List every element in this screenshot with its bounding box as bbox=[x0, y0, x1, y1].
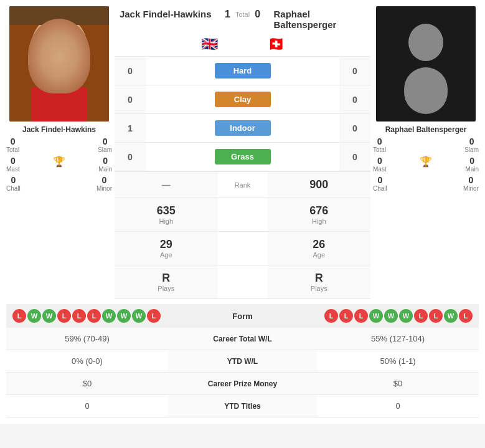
stats-cell-right: $0 bbox=[317, 373, 479, 395]
stat-slam-left: 0 Slam bbox=[98, 136, 112, 153]
form-badges-right: LLLWWWLLWL bbox=[324, 309, 473, 323]
svg-rect-5 bbox=[9, 6, 109, 25]
surface-badge-grass: Grass bbox=[146, 143, 339, 171]
svg-rect-10 bbox=[404, 67, 448, 114]
form-badge: W bbox=[399, 309, 413, 323]
form-badge: W bbox=[444, 309, 458, 323]
stat-row-rank: — Rank 900 bbox=[115, 171, 370, 198]
surface-row-hard: 0 Hard 0 bbox=[115, 56, 370, 85]
stat-mast-left: 0 Mast bbox=[6, 156, 20, 173]
age-right: 26 Age bbox=[268, 232, 371, 265]
stat-chall-left: 0 Chall bbox=[6, 175, 21, 192]
stat-row-age: 29 Age 26 Age bbox=[115, 231, 370, 265]
form-badge: W bbox=[42, 309, 56, 323]
flag-icon-right: 🇨🇭 bbox=[268, 36, 285, 52]
stats-row: $0Career Prize Money$0 bbox=[6, 373, 479, 395]
plays-left: R Plays bbox=[115, 265, 218, 298]
player-stats-left-3: 0 Chall 0 Minor bbox=[6, 175, 112, 192]
player-header-name-left: Jack Findel-Hawkins bbox=[115, 9, 218, 19]
stat-total-right: 0 Total bbox=[373, 136, 386, 153]
svg-point-2 bbox=[35, 16, 83, 69]
hard-score-left: 0 bbox=[115, 57, 146, 85]
flag-icon-left: 🇬🇧 bbox=[201, 36, 218, 52]
svg-rect-4 bbox=[31, 87, 87, 122]
total-scores: 1 Total 0 bbox=[225, 9, 260, 20]
form-badge: W bbox=[369, 309, 383, 323]
form-badge: L bbox=[459, 309, 473, 323]
form-badge: L bbox=[324, 309, 338, 323]
form-label: Form bbox=[218, 312, 268, 321]
grass-score-right: 0 bbox=[339, 143, 370, 171]
svg-point-9 bbox=[408, 24, 443, 61]
form-badge: L bbox=[429, 309, 443, 323]
indoor-score-right: 0 bbox=[339, 114, 370, 142]
rank-label: Rank bbox=[218, 172, 268, 198]
stats-cell-right: 55% (127-104) bbox=[317, 328, 479, 350]
player-stats-right-2: 0 Mast 🏆 0 Main bbox=[373, 156, 479, 173]
indoor-score-left: 1 bbox=[115, 114, 146, 142]
svg-point-7 bbox=[67, 49, 73, 57]
form-badges-left: LWWLLLWWWL bbox=[12, 309, 161, 323]
svg-point-6 bbox=[45, 49, 52, 57]
stats-cell-label: Career Prize Money bbox=[168, 373, 317, 395]
surface-row-grass: 0 Grass 0 bbox=[115, 142, 370, 171]
player-photo-left bbox=[9, 6, 109, 122]
form-badge: L bbox=[57, 309, 71, 323]
stat-row-high: 635 High 676 High bbox=[115, 198, 370, 231]
stats-cell-label: Career Total W/L bbox=[168, 328, 317, 350]
total-label: Total bbox=[235, 11, 250, 18]
stats-row: 0YTD Titles0 bbox=[6, 395, 479, 417]
form-badge: L bbox=[12, 309, 26, 323]
clay-score-left: 0 bbox=[115, 85, 146, 113]
form-section: LWWLLLWWWL Form LLLWWWLLWL bbox=[6, 304, 479, 328]
form-badge: L bbox=[354, 309, 368, 323]
clay-score-right: 0 bbox=[339, 85, 370, 113]
stat-row-plays: R Plays R Plays bbox=[115, 265, 370, 299]
plays-label-center bbox=[218, 265, 268, 298]
form-badge: L bbox=[72, 309, 86, 323]
player-name-right: Raphael Baltensperger bbox=[385, 125, 467, 134]
age-left: 29 Age bbox=[115, 232, 218, 265]
surface-row-indoor: 1 Indoor 0 bbox=[115, 113, 370, 142]
flag-right: 🇨🇭 bbox=[268, 36, 371, 52]
stats-cell-left: 0 bbox=[6, 395, 168, 417]
rank-right: 900 bbox=[268, 172, 371, 198]
top-section: Jack Findel-Hawkins 0 Total 0 Slam 0 Mas… bbox=[6, 6, 479, 299]
stats-row: 59% (70-49)Career Total W/L55% (127-104) bbox=[6, 328, 479, 350]
high-right: 676 High bbox=[268, 198, 371, 231]
form-badge: W bbox=[384, 309, 398, 323]
flag-row: 🇬🇧 🇨🇭 bbox=[115, 35, 370, 56]
stat-mast-right: 0 Mast bbox=[373, 156, 387, 173]
stat-slam-right: 0 Slam bbox=[464, 136, 479, 153]
indoor-badge: Indoor bbox=[215, 120, 271, 136]
player-name-left: Jack Findel-Hawkins bbox=[22, 125, 96, 134]
stats-tbody: 59% (70-49)Career Total W/L55% (127-104)… bbox=[6, 328, 479, 417]
form-badge: L bbox=[87, 309, 101, 323]
stat-main-right: 0 Main bbox=[465, 156, 479, 173]
surface-badge-indoor: Indoor bbox=[146, 114, 339, 142]
high-label-center bbox=[218, 198, 268, 231]
age-label-center bbox=[218, 232, 268, 265]
stat-chall-right: 0 Chall bbox=[373, 175, 387, 192]
grass-score-left: 0 bbox=[115, 143, 146, 171]
form-badge: L bbox=[147, 309, 161, 323]
stat-main-left: 0 Main bbox=[98, 156, 112, 173]
form-badge: W bbox=[102, 309, 116, 323]
header-middle: 1 Total 0 bbox=[218, 9, 268, 20]
surface-badge-hard: Hard bbox=[146, 57, 339, 85]
trophy-icon-left: 🏆 bbox=[53, 156, 65, 173]
stats-cell-left: $0 bbox=[6, 373, 168, 395]
stat-minor-right: 0 Minor bbox=[463, 175, 479, 192]
surface-row-clay: 0 Clay 0 bbox=[115, 85, 370, 113]
stats-row: 0% (0-0)YTD W/L50% (1-1) bbox=[6, 350, 479, 373]
form-badge: W bbox=[117, 309, 131, 323]
stats-table: 59% (70-49)Career Total W/L55% (127-104)… bbox=[6, 328, 479, 417]
svg-point-3 bbox=[37, 20, 81, 57]
stats-cell-right: 50% (1-1) bbox=[317, 350, 479, 373]
plays-right: R Plays bbox=[268, 265, 371, 298]
grass-badge: Grass bbox=[215, 149, 271, 164]
stats-cell-label: YTD W/L bbox=[168, 350, 317, 373]
player-photo-right bbox=[376, 6, 476, 122]
form-badge: W bbox=[27, 309, 41, 323]
form-badge: L bbox=[414, 309, 428, 323]
